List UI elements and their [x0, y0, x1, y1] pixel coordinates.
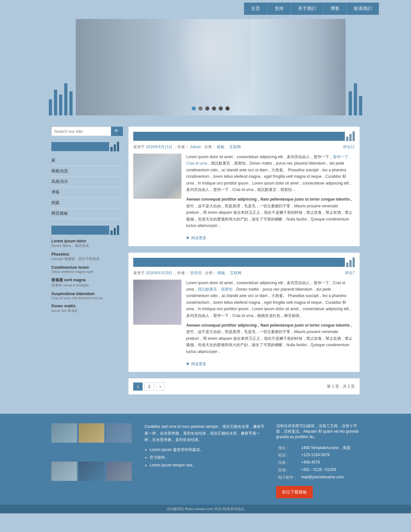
sidebar-item-archive[interactable]: 档案 [51, 198, 122, 208]
phone-label: 电话： [276, 452, 299, 459]
main-container: 🔍 家 模板信息 风格演示 博客 档案 网页模板 [51, 120, 360, 401]
post2-title-bar [133, 258, 345, 267]
search-input[interactable] [51, 127, 111, 136]
page-2-btn[interactable]: 2 [144, 383, 154, 391]
post1-author[interactable]: Admin [190, 145, 201, 149]
address-label: 地址： [276, 444, 299, 452]
hero-right-bars [349, 83, 362, 115]
post2-date[interactable]: 2016年8月29日 [146, 271, 172, 275]
post1-date[interactable]: 2018年9月11日 [146, 145, 172, 149]
nav-blog[interactable]: 博客 [323, 3, 347, 15]
hero-left-bars [49, 83, 73, 115]
recent-item-6: Donec mattis purus nec 彩金矿 [51, 304, 122, 313]
nav-support[interactable]: 支持 [267, 3, 291, 15]
post2-cat2[interactable]: 互联网 [230, 271, 241, 275]
recent-item-3: Condimentum lorem Tellus eleifend magna … [51, 265, 122, 274]
footer-thumb-6 [106, 462, 132, 481]
post-2: 发布于 2016年8月29日 ，作者： 管理员 · 分类： 模板、 互联网 评论… [128, 253, 360, 372]
post2-link1[interactable]: 我沉默寡言，我害怕… [198, 287, 236, 292]
post1-text: Lorem ipsum dolor sit amet，consectetuer … [186, 154, 355, 241]
post2-cat1[interactable]: 模板 [217, 271, 225, 275]
search-box: 🔍 [51, 127, 122, 136]
contact-phone-row: 电话： +123-1234-5678 [276, 452, 360, 459]
nav-about[interactable]: 关于我们 [291, 3, 323, 15]
post2-meta: 发布于 2016年8月29日 ，作者： 管理员 · 分类： 模板、 互联网 评论… [133, 270, 355, 276]
recent-item-5: Suspendisse bibendum Cras id urna orbi t… [51, 292, 122, 300]
post2-comments[interactable]: 评论7 [345, 270, 355, 276]
post2-read-more[interactable]: 阅读更多 [186, 361, 206, 367]
watermark: 访问曲写红书obs.xieniao.com 关注+转发享马站点 [0, 505, 411, 513]
post-1: 发布于 2018年9月11日 ，作者： Admin · 分类： 模板、 互联网 … [128, 127, 360, 246]
post1-cat1[interactable]: 模板 [217, 145, 224, 149]
hero-dot-2[interactable] [198, 106, 203, 111]
hero-dot-5[interactable] [219, 106, 223, 111]
footer-gallery [51, 423, 135, 498]
footer-thumb-3 [106, 423, 132, 443]
nav-home[interactable]: 主页 [244, 3, 267, 15]
main-nav: 主页 支持 关于我们 博客 联系我们 [244, 3, 379, 15]
footer-list-item-1: Lorem ipsum 篇首劳作和篇首。 [150, 446, 267, 453]
recent-item-1: Lorem ipsum dolor Donec libero，最近未决 [51, 239, 122, 248]
sidebar-recent-bar [51, 226, 109, 235]
contact-other-row: 其他： +301 - 0125 - 01258 [276, 466, 360, 474]
footer-thumb-4 [51, 462, 77, 481]
post1-thumbnail [133, 154, 181, 199]
recent-item-4: 燕雀屋 verit magna 燕雀科 verna in tristique [51, 277, 122, 288]
sidebar-nav: 家 模板信息 风格演示 博客 档案 网页模板 [51, 155, 122, 219]
sidebar: 🔍 家 模板信息 风格演示 博客 档案 网页模板 [51, 127, 122, 394]
download-button[interactable]: 前往下载模板 [276, 486, 313, 498]
sidebar-item-home[interactable]: 家 [51, 155, 122, 166]
page-next-btn[interactable]: › [156, 382, 164, 391]
phone-value: +123-1234-5678 [299, 452, 360, 459]
sidebar-nav-bar [51, 142, 109, 151]
address-value: 1458 TemplateAccess，美国 [299, 444, 360, 452]
contact-email-row: 电子邮件： mail@yoursitename.com [276, 474, 360, 481]
footer-about-text: Curabitur sed urna id nunc pulvinar semp… [144, 423, 267, 443]
other-label: 其他： [276, 466, 299, 474]
footer-thumb-1 [51, 423, 77, 443]
post1-link1[interactable]: 暂停一下，Cras id urna， [186, 155, 352, 166]
hero-dot-4[interactable] [212, 106, 216, 111]
page-info: 第 1 页，共 2 页 [327, 384, 355, 389]
post1-cat2[interactable]: 互联网 [229, 145, 241, 149]
footer-thumb-2 [79, 423, 104, 443]
sidebar-item-page[interactable]: 网页模板 [51, 208, 122, 219]
search-button[interactable]: 🔍 [111, 127, 123, 136]
footer-about-list: Lorem ipsum 篇首劳作和篇首。 官方除外。 Lorem ipsum t… [144, 446, 267, 469]
contact-fax-row: 传真： +458-4578 [276, 459, 360, 466]
footer-list-item-3: Lorem ipsum tempor sed。 [150, 462, 267, 468]
hero-section [0, 17, 411, 115]
sidebar-item-blog[interactable]: 博客 [51, 187, 122, 198]
pagination: 1 2 › 第 1 页，共 2 页 [128, 378, 360, 394]
post1-meta: 发布于 2018年9月11日 ，作者： Admin · 分类： 模板、 互联网 … [133, 144, 355, 150]
nav-contact[interactable]: 联系我们 [347, 3, 379, 15]
hero-dot-6[interactable] [225, 106, 230, 111]
hero-dot-3[interactable] [205, 106, 209, 111]
post2-author[interactable]: 管理员 [190, 271, 202, 275]
other-value: +301 - 0125 - 01258 [299, 466, 360, 474]
post2-thumbnail [133, 280, 181, 325]
footer: Curabitur sed urna id nunc pulvinar semp… [0, 414, 411, 505]
content-area: 发布于 2018年9月11日 ，作者： Admin · 分类： 模板、 互联网 … [128, 127, 360, 394]
footer-no-content: 没有任何东西可以破坏，没有三叉戟，没有十字架，没有复活。Aliquam 和 qu… [276, 423, 360, 440]
sidebar-item-style[interactable]: 风格演示 [51, 176, 122, 187]
post1-read-more[interactable]: 阅读更多 [186, 235, 206, 241]
page-1-btn[interactable]: 1 [133, 383, 143, 391]
footer-about: Curabitur sed urna id nunc pulvinar semp… [144, 423, 267, 498]
recent-item-2: Phasellus suscipit 璀璨物，其叶子和花承 [51, 252, 122, 261]
post1-body: Lorem ipsum dolor sit amet，consectetuer … [133, 154, 355, 241]
post1-comments[interactable]: 评论11 [343, 144, 355, 150]
footer-thumb-5 [79, 462, 104, 481]
hero-image [76, 19, 345, 115]
post2-text: Lorem ipsum dolor sit amet，consectetuer … [186, 280, 355, 367]
footer-contact: 没有任何东西可以破坏，没有三叉戟，没有十字架，没有复活。Aliquam 和 qu… [276, 423, 360, 498]
fax-label: 传真： [276, 459, 299, 466]
email-value: mail@yoursitename.com [299, 474, 360, 481]
footer-contact-table: 地址： 1458 TemplateAccess，美国 电话： +123-1234… [276, 444, 360, 481]
footer-inner: Curabitur sed urna id nunc pulvinar semp… [51, 423, 360, 498]
hero-dot-1[interactable] [192, 106, 196, 111]
post1-title-bar [133, 132, 345, 141]
contact-address-row: 地址： 1458 TemplateAccess，美国 [276, 444, 360, 452]
sidebar-item-template[interactable]: 模板信息 [51, 166, 122, 176]
email-label: 电子邮件： [276, 474, 299, 481]
